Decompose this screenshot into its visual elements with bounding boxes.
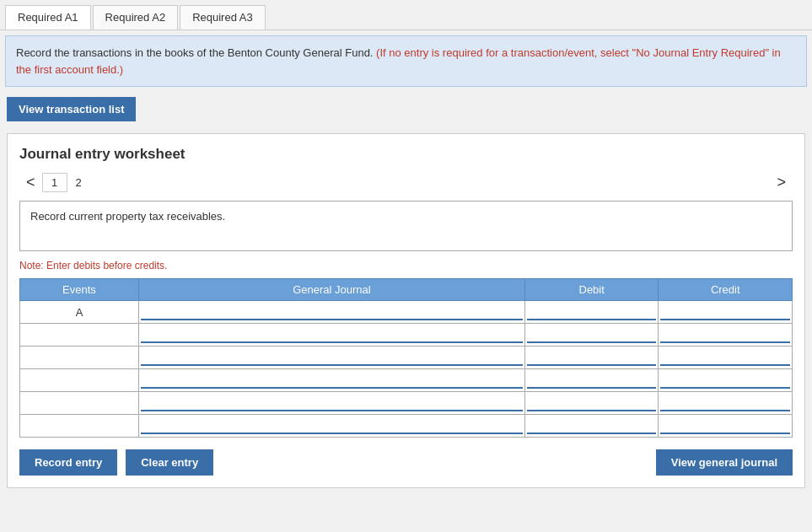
- journal-input-1[interactable]: [141, 329, 523, 341]
- credit-input-2[interactable]: [660, 352, 790, 363]
- event-cell-3: [20, 369, 139, 392]
- event-cell-1: [20, 324, 139, 347]
- journal-table: Events General Journal Debit Credit A: [19, 278, 793, 438]
- journal-cell-5[interactable]: [138, 415, 524, 438]
- clear-entry-button[interactable]: Clear entry: [126, 449, 213, 476]
- tab-bar: Required A1 Required A2 Required A3: [0, 0, 812, 30]
- debit-cell-5[interactable]: [524, 415, 659, 438]
- debit-input-0[interactable]: [527, 306, 657, 318]
- table-row: [20, 369, 793, 392]
- prev-page-arrow[interactable]: <: [19, 174, 42, 191]
- page-2-link[interactable]: 2: [67, 174, 90, 191]
- debit-cell-0[interactable]: [524, 301, 659, 324]
- table-row: [20, 415, 793, 438]
- journal-input-4[interactable]: [141, 397, 523, 409]
- bottom-buttons: Record entry Clear entry View general jo…: [19, 449, 793, 476]
- event-cell-2: [20, 347, 139, 369]
- next-page-arrow[interactable]: >: [770, 174, 793, 191]
- debit-input-4[interactable]: [527, 397, 657, 409]
- journal-cell-1[interactable]: [138, 324, 524, 347]
- debit-cell-1[interactable]: [524, 324, 659, 347]
- journal-input-3[interactable]: [141, 374, 523, 386]
- tab-required-a1[interactable]: Required A1: [5, 5, 91, 30]
- credit-cell-5[interactable]: [659, 415, 793, 438]
- journal-input-2[interactable]: [141, 352, 523, 363]
- view-general-journal-button[interactable]: View general journal: [656, 449, 793, 476]
- col-header-debit: Debit: [524, 279, 659, 301]
- credit-cell-4[interactable]: [659, 392, 793, 415]
- col-header-credit: Credit: [659, 279, 793, 301]
- description-box: Record current property tax receivables.: [19, 201, 793, 251]
- worksheet-card: Journal entry worksheet < 1 2 > Record c…: [7, 133, 805, 488]
- journal-cell-3[interactable]: [138, 369, 524, 392]
- journal-cell-2[interactable]: [138, 347, 524, 369]
- table-row: [20, 392, 793, 415]
- journal-cell-4[interactable]: [138, 392, 524, 415]
- banner-normal-text: Record the transactions in the books of …: [16, 46, 373, 59]
- current-page-indicator: 1: [42, 173, 67, 192]
- credit-input-3[interactable]: [660, 374, 790, 386]
- credit-input-0[interactable]: [660, 306, 790, 318]
- table-row: [20, 324, 793, 347]
- credit-cell-3[interactable]: [659, 369, 793, 392]
- journal-input-0[interactable]: [141, 306, 523, 318]
- nav-row: < 1 2 >: [19, 173, 793, 192]
- event-cell-0: A: [20, 301, 139, 324]
- debits-note: Note: Enter debits before credits.: [19, 260, 793, 271]
- table-row: A: [20, 301, 793, 324]
- journal-input-5[interactable]: [141, 420, 523, 432]
- view-transaction-button[interactable]: View transaction list: [7, 97, 136, 121]
- credit-input-4[interactable]: [660, 397, 790, 409]
- table-row: [20, 347, 793, 369]
- debit-cell-3[interactable]: [524, 369, 659, 392]
- debit-input-2[interactable]: [527, 352, 657, 363]
- worksheet-title: Journal entry worksheet: [19, 146, 793, 163]
- event-cell-5: [20, 415, 139, 438]
- credit-cell-1[interactable]: [659, 324, 793, 347]
- credit-cell-0[interactable]: [659, 301, 793, 324]
- credit-cell-2[interactable]: [659, 347, 793, 369]
- credit-input-5[interactable]: [660, 420, 790, 432]
- tab-required-a3[interactable]: Required A3: [180, 5, 266, 30]
- debit-input-3[interactable]: [527, 374, 657, 386]
- info-banner: Record the transactions in the books of …: [5, 35, 807, 87]
- tab-required-a2[interactable]: Required A2: [93, 5, 179, 30]
- debit-input-1[interactable]: [527, 329, 657, 341]
- col-header-events: Events: [20, 279, 139, 301]
- credit-input-1[interactable]: [660, 329, 790, 341]
- record-entry-button[interactable]: Record entry: [19, 449, 117, 476]
- debit-cell-4[interactable]: [524, 392, 659, 415]
- debit-cell-2[interactable]: [524, 347, 659, 369]
- event-cell-4: [20, 392, 139, 415]
- journal-cell-0[interactable]: [138, 301, 524, 324]
- debit-input-5[interactable]: [527, 420, 657, 432]
- col-header-general-journal: General Journal: [138, 279, 524, 301]
